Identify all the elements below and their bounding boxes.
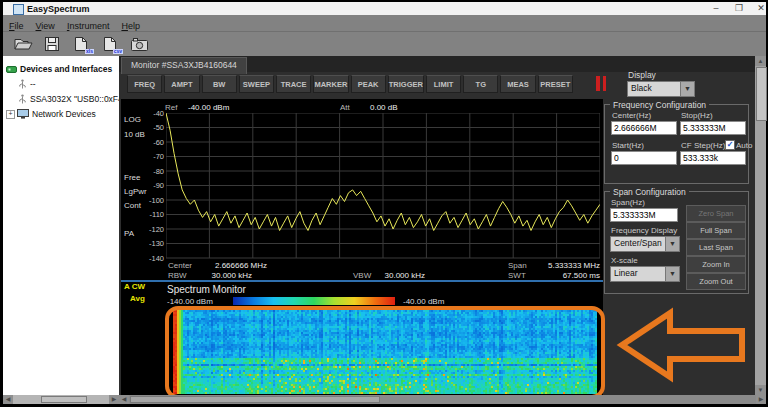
- stop-hz-input[interactable]: [680, 121, 746, 135]
- cf-step-input[interactable]: [680, 151, 746, 165]
- center-hz-input[interactable]: [611, 121, 677, 135]
- button-trigger[interactable]: TRIGGER: [388, 75, 424, 93]
- folder-icon: [14, 37, 33, 51]
- amplitude-color-scale: [233, 297, 395, 305]
- span-configuration-title: Span Configuration: [610, 187, 689, 197]
- button-last-span[interactable]: Last Span: [686, 239, 746, 256]
- window-title: EasySpectrum: [27, 4, 90, 14]
- button-zoom-out[interactable]: Zoom Out: [686, 273, 746, 290]
- button-sweep[interactable]: SWEEP: [239, 75, 274, 93]
- floppy-icon: [45, 37, 59, 51]
- usb-icon: [18, 79, 27, 90]
- gutter-label-lgpwr: LgPwr: [124, 188, 147, 196]
- tab-monitor[interactable]: Monitor #SSA3XJB4160644: [121, 57, 247, 74]
- frequency-display-value: Center/Span: [611, 237, 665, 251]
- menu-instrument[interactable]: Instrument: [61, 20, 116, 32]
- y-tick-label: -80: [138, 168, 164, 176]
- button-limit[interactable]: LIMIT: [426, 75, 461, 93]
- scroll-left-icon[interactable]: ◀: [119, 395, 129, 404]
- main-horizontal-scrollbar[interactable]: ◀ ▶: [119, 395, 766, 404]
- display-label: Display: [628, 70, 656, 80]
- device-tree: Devices and Interfaces--SSA3032X "USB0::…: [3, 56, 120, 395]
- chevron-down-icon[interactable]: ▼: [665, 267, 679, 281]
- scale-max-label: -40.00 dBm: [403, 298, 444, 306]
- scroll-right-icon[interactable]: ▶: [756, 395, 766, 404]
- gutter-label-pa: PA: [124, 230, 134, 238]
- button-bw[interactable]: BW: [202, 75, 237, 93]
- tree-item--[interactable]: --: [3, 77, 119, 91]
- menu-view[interactable]: View: [30, 20, 61, 32]
- tree-item-label: Network Devices: [32, 109, 96, 119]
- cf-step-label: CF Step(Hz): [681, 141, 725, 150]
- minimize-button[interactable]: –: [708, 3, 724, 14]
- stop-hz-label: Stop(Hz): [681, 111, 713, 120]
- chevron-down-icon[interactable]: ▼: [680, 82, 694, 96]
- xscale-value: Linear: [611, 267, 665, 281]
- export-xls-button[interactable]: xls: [70, 35, 92, 53]
- close-button[interactable]: ✕: [753, 3, 768, 14]
- spectrum-plot: [166, 113, 600, 259]
- annotation-highlight-box: [165, 306, 605, 399]
- export-xls-label: xls: [85, 49, 94, 54]
- vbw-value: 30.000 kHz: [365, 272, 425, 280]
- button-zoom-in[interactable]: Zoom In: [686, 256, 746, 273]
- button-trace[interactable]: TRACE: [276, 75, 311, 93]
- auto-label: Auto: [736, 141, 752, 150]
- y-tick-label: -140: [138, 255, 164, 263]
- button-peak[interactable]: PEAK: [351, 75, 386, 93]
- instrument-button-row: FREQAMPTBWSWEEPTRACEMARKERPEAKTRIGGERLIM…: [127, 75, 573, 93]
- sidebar-scroll-thumb[interactable]: [41, 396, 87, 403]
- tree-item-network-devices[interactable]: +Network Devices: [3, 107, 119, 121]
- button-full-span[interactable]: Full Span: [686, 222, 746, 239]
- sidebar-horizontal-scrollbar[interactable]: ◀ ▶: [3, 395, 119, 404]
- button-freq[interactable]: FREQ: [127, 75, 162, 93]
- att-label: Att: [340, 104, 350, 112]
- gutter-label-log: LOG: [124, 116, 141, 124]
- export-csv-label: csv: [113, 49, 123, 54]
- pause-icon[interactable]: [596, 76, 608, 91]
- menu-help[interactable]: Help: [115, 20, 146, 32]
- xscale-dropdown[interactable]: Linear ▼: [610, 266, 680, 282]
- usb-icon: [18, 94, 27, 105]
- save-button[interactable]: [41, 35, 63, 53]
- screenshot-button[interactable]: [128, 35, 150, 53]
- frequency-display-dropdown[interactable]: Center/Span ▼: [610, 236, 680, 252]
- tree-item-devices-and-interfaces[interactable]: Devices and Interfaces: [3, 62, 119, 76]
- display-dropdown[interactable]: Black ▼: [627, 81, 695, 97]
- span-hz-input[interactable]: [610, 208, 678, 222]
- xscale-label: X-scale: [611, 256, 638, 265]
- export-csv-button[interactable]: csv: [99, 35, 121, 53]
- frequency-configuration-title: Frequency Configuration: [610, 100, 709, 110]
- button-tg[interactable]: TG: [463, 75, 498, 93]
- menu-file[interactable]: File: [3, 20, 30, 32]
- open-file-button[interactable]: [12, 35, 34, 53]
- button-meas[interactable]: MEAS: [500, 75, 535, 93]
- chevron-down-icon[interactable]: ▼: [665, 237, 679, 251]
- button-preset[interactable]: PRESET: [538, 75, 573, 93]
- trace-flag-avg: Avg: [130, 295, 145, 303]
- button-ampt[interactable]: AMPT: [164, 75, 199, 93]
- y-tick-label: -40: [138, 110, 164, 118]
- scroll-right-icon[interactable]: ▶: [109, 395, 119, 404]
- start-hz-input[interactable]: [611, 151, 677, 165]
- expander-icon[interactable]: +: [6, 110, 15, 119]
- network-icon: [17, 109, 29, 119]
- section-divider: [121, 280, 603, 282]
- tree-item-label: --: [30, 79, 36, 89]
- vertical-scrollbar[interactable]: ▲ ▼: [755, 56, 766, 395]
- title-bar: EasySpectrum – ❐ ✕: [3, 2, 766, 15]
- tree-item-ssa3032x-usb0-0xf4ec-0[interactable]: SSA3032X "USB0::0xF4EC::0: [3, 92, 119, 106]
- button-marker[interactable]: MARKER: [313, 75, 348, 93]
- scroll-left-icon[interactable]: ◀: [3, 395, 13, 404]
- att-value: 0.00 dB: [370, 104, 398, 112]
- toolbar: xlscsv: [3, 32, 766, 56]
- center-value: 2.666666 MHz: [215, 262, 267, 270]
- trace-flag-a-cw: A CW: [124, 283, 145, 291]
- cf-step-auto-checkbox[interactable]: ✓: [725, 140, 735, 150]
- scroll-up-icon[interactable]: ▲: [755, 56, 766, 66]
- tree-item-label: SSA3032X "USB0::0xF4EC::0: [30, 94, 120, 104]
- maximize-button[interactable]: ❐: [731, 3, 747, 14]
- main-scroll-thumb[interactable]: [130, 396, 380, 403]
- vertical-scroll-thumb[interactable]: [756, 67, 767, 121]
- scroll-down-icon[interactable]: ▼: [755, 385, 766, 395]
